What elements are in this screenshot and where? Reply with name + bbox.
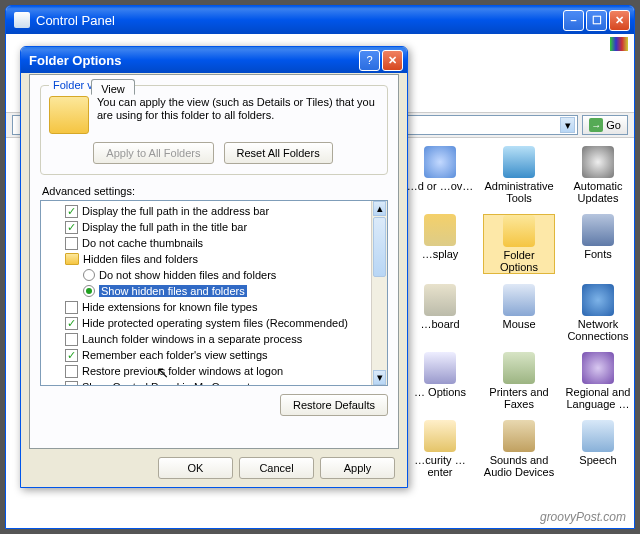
go-button[interactable]: → Go — [582, 115, 628, 135]
cp-item-label: Sounds and Audio Devices — [483, 454, 555, 478]
tab-view-pane: Folder views You can apply the view (suc… — [29, 74, 399, 449]
tree-row[interactable]: Show Control Panel in My Computer — [43, 379, 385, 386]
apply-button[interactable]: Apply — [320, 457, 395, 479]
cp-item[interactable]: Sounds and Audio Devices — [483, 420, 555, 478]
tree-row[interactable]: Hide extensions for known file types — [43, 299, 385, 315]
checkbox[interactable] — [65, 205, 78, 218]
checkbox[interactable] — [65, 333, 78, 346]
cp-item-icon — [503, 146, 535, 178]
cp-item[interactable]: Printers and Faxes — [483, 352, 555, 410]
cp-item-icon — [582, 284, 614, 316]
chevron-down-icon[interactable]: ▾ — [560, 117, 575, 133]
reset-all-folders-button[interactable]: Reset All Folders — [224, 142, 333, 164]
folder-options-titlebar[interactable]: Folder Options ? ✕ — [21, 47, 407, 73]
cp-item-icon — [503, 352, 535, 384]
checkbox[interactable] — [65, 365, 78, 378]
minimize-button[interactable]: – — [563, 10, 584, 31]
cp-item[interactable]: Fonts — [562, 214, 633, 274]
cp-item[interactable]: Folder Options — [483, 214, 555, 274]
control-panel-icon-grid: …d or …ov…Administrative ToolsAutomatic … — [402, 140, 633, 506]
cp-item[interactable]: Speech — [562, 420, 633, 478]
cp-item[interactable]: …curity …enter — [404, 420, 476, 478]
dialog-close-button[interactable]: ✕ — [382, 50, 403, 71]
restore-defaults-button[interactable]: Restore Defaults — [280, 394, 388, 416]
advanced-settings-label: Advanced settings: — [42, 185, 388, 197]
control-panel-icon — [14, 12, 30, 28]
cp-item-icon — [582, 352, 614, 384]
folder-views-icon — [49, 96, 89, 134]
checkbox[interactable] — [65, 349, 78, 362]
tree-row[interactable]: Do not show hidden files and folders — [43, 267, 385, 283]
cp-item-label: Network Connections — [562, 318, 633, 342]
help-button[interactable]: ? — [359, 50, 380, 71]
apply-all-folders-button: Apply to All Folders — [93, 142, 213, 164]
tree-label: Remember each folder's view settings — [82, 349, 268, 361]
tree-label: Hide extensions for known file types — [82, 301, 257, 313]
cp-item[interactable]: …splay — [404, 214, 476, 274]
tree-row[interactable]: Show hidden files and folders — [43, 283, 385, 299]
checkbox[interactable] — [65, 381, 78, 387]
cp-item-label: … Options — [414, 386, 466, 398]
dialog-button-row: OK Cancel Apply — [158, 457, 395, 479]
tree-label: Show Control Panel in My Computer — [82, 381, 260, 386]
checkbox[interactable] — [65, 237, 78, 250]
radio[interactable] — [83, 285, 95, 297]
scrollbar[interactable]: ▴ ▾ — [371, 201, 387, 385]
cp-item-icon — [424, 146, 456, 178]
tree-label: Display the full path in the address bar — [82, 205, 269, 217]
tree-label: Display the full path in the title bar — [82, 221, 247, 233]
scroll-thumb[interactable] — [373, 217, 386, 277]
cp-item-icon — [503, 420, 535, 452]
close-button[interactable]: ✕ — [609, 10, 630, 31]
cp-item-label: …splay — [422, 248, 459, 260]
cp-item-icon — [582, 214, 614, 246]
control-panel-titlebar[interactable]: Control Panel – ☐ ✕ — [6, 6, 634, 34]
radio[interactable] — [83, 269, 95, 281]
scroll-up-button[interactable]: ▴ — [373, 201, 386, 216]
cancel-button[interactable]: Cancel — [239, 457, 314, 479]
tree-label: Hide protected operating system files (R… — [82, 317, 348, 329]
cp-item[interactable]: …board — [404, 284, 476, 342]
cp-item-label: …d or …ov… — [407, 180, 474, 192]
watermark: groovyPost.com — [540, 510, 626, 524]
advanced-settings-tree[interactable]: Display the full path in the address bar… — [40, 200, 388, 386]
go-arrow-icon: → — [589, 118, 603, 132]
cp-item[interactable]: Administrative Tools — [483, 146, 555, 204]
tab-view[interactable]: View — [91, 79, 135, 95]
tree-label: Show hidden files and folders — [99, 285, 247, 297]
scroll-down-button[interactable]: ▾ — [373, 370, 386, 385]
tree-row[interactable]: Hidden files and folders — [43, 251, 385, 267]
cp-item-label: Administrative Tools — [483, 180, 555, 204]
ok-button[interactable]: OK — [158, 457, 233, 479]
cp-item[interactable]: Network Connections — [562, 284, 633, 342]
cp-item[interactable]: …d or …ov… — [404, 146, 476, 204]
tree-row[interactable]: Display the full path in the address bar — [43, 203, 385, 219]
cp-item-label: Fonts — [584, 248, 612, 260]
tree-row[interactable]: Do not cache thumbnails — [43, 235, 385, 251]
folder-options-title: Folder Options — [29, 53, 359, 68]
cp-item[interactable]: Regional and Language … — [562, 352, 633, 410]
cp-item-label: Speech — [579, 454, 616, 466]
cp-item[interactable]: Automatic Updates — [562, 146, 633, 204]
folder-icon — [65, 253, 79, 265]
checkbox[interactable] — [65, 301, 78, 314]
folder-options-dialog: Folder Options ? ✕ GeneralViewFile Types… — [20, 46, 408, 488]
cp-item-icon — [503, 215, 535, 247]
cp-item-label: Printers and Faxes — [483, 386, 555, 410]
maximize-button[interactable]: ☐ — [586, 10, 607, 31]
cp-item-icon — [503, 284, 535, 316]
tree-row[interactable]: Display the full path in the title bar — [43, 219, 385, 235]
tree-row[interactable]: Hide protected operating system files (R… — [43, 315, 385, 331]
tree-row[interactable]: Restore previous folder windows at logon — [43, 363, 385, 379]
tree-row[interactable]: Remember each folder's view settings — [43, 347, 385, 363]
tree-row[interactable]: Launch folder windows in a separate proc… — [43, 331, 385, 347]
checkbox[interactable] — [65, 221, 78, 234]
checkbox[interactable] — [65, 317, 78, 330]
cp-item-icon — [424, 284, 456, 316]
folder-views-group: Folder views You can apply the view (suc… — [40, 85, 388, 175]
cp-item-icon — [582, 146, 614, 178]
cp-item[interactable]: Mouse — [483, 284, 555, 342]
go-label: Go — [606, 119, 621, 131]
cp-item[interactable]: … Options — [404, 352, 476, 410]
tree-label: Hidden files and folders — [83, 253, 198, 265]
